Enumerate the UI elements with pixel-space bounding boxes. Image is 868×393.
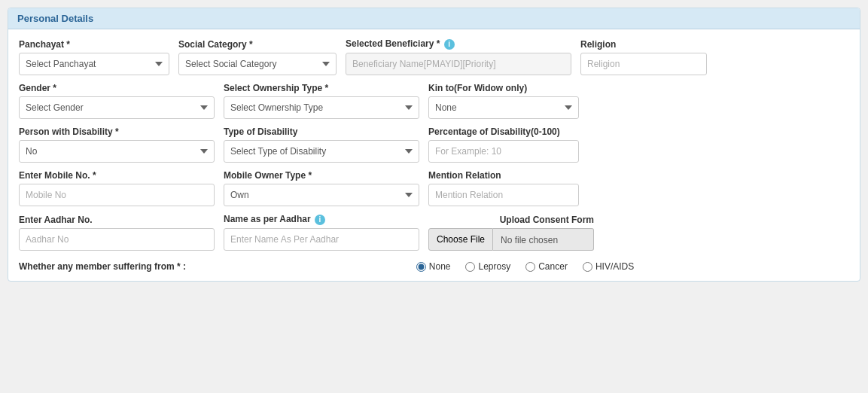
beneficiary-info-icon[interactable]: i xyxy=(444,39,455,50)
radio-hiv[interactable]: HIV/AIDS xyxy=(583,261,634,272)
mobile-owner-label: Mobile Owner Type * xyxy=(224,170,419,181)
beneficiary-group: Selected Beneficiary * i xyxy=(346,38,571,75)
disability-pct-input[interactable] xyxy=(428,140,579,163)
card-title: Personal Details xyxy=(17,13,93,24)
social-category-select[interactable]: Select Social Category xyxy=(178,53,337,75)
row-2: Gender * Select Gender Select Ownership … xyxy=(19,83,849,119)
kin-group: Kin to(For Widow only) None xyxy=(428,83,579,119)
beneficiary-label: Selected Beneficiary * i xyxy=(346,38,571,50)
beneficiary-input[interactable] xyxy=(346,53,571,75)
row-4: Enter Mobile No. * Mobile Owner Type * O… xyxy=(19,170,849,206)
person-disability-select[interactable]: No xyxy=(19,140,215,163)
gender-select[interactable]: Select Gender xyxy=(19,96,215,119)
choose-file-button[interactable]: Choose File xyxy=(428,228,493,251)
row-6: Whether any member suffering from * : No… xyxy=(19,258,849,272)
file-chosen-text: No file chosen xyxy=(493,228,594,251)
religion-label: Religion xyxy=(580,39,707,50)
mobile-input[interactable] xyxy=(19,184,215,206)
mobile-owner-group: Mobile Owner Type * Own xyxy=(224,170,419,206)
file-input-wrapper: Choose File No file chosen xyxy=(428,228,594,251)
card-body: Panchayat * Select Panchayat Social Cate… xyxy=(8,29,860,281)
gender-group: Gender * Select Gender xyxy=(19,83,215,119)
card-header: Personal Details xyxy=(8,8,860,29)
personal-details-card: Personal Details Panchayat * Select Panc… xyxy=(8,8,860,282)
aadhar-label: Enter Aadhar No. xyxy=(19,215,215,225)
disability-type-group: Type of Disability Select Type of Disabi… xyxy=(224,126,419,163)
mobile-group: Enter Mobile No. * xyxy=(19,170,215,206)
aadhar-name-input[interactable] xyxy=(224,228,419,251)
ownership-group: Select Ownership Type * Select Ownership… xyxy=(224,83,419,119)
radio-hiv-label: HIV/AIDS xyxy=(595,261,634,272)
person-disability-label: Person with Disability * xyxy=(19,126,215,137)
ownership-select[interactable]: Select Ownership Type xyxy=(224,96,419,119)
panchayat-group: Panchayat * Select Panchayat xyxy=(19,39,169,75)
radio-leprosy-input[interactable] xyxy=(465,262,475,272)
suffering-label: Whether any member suffering from * : xyxy=(19,261,186,272)
mention-relation-input[interactable] xyxy=(428,184,579,206)
mention-relation-group: Mention Relation xyxy=(428,170,579,206)
radio-cancer-input[interactable] xyxy=(525,262,535,272)
panchayat-label: Panchayat * xyxy=(19,39,169,50)
disability-type-select[interactable]: Select Type of Disability xyxy=(224,140,419,163)
radio-leprosy-label: Leprosy xyxy=(478,261,510,272)
person-disability-group: Person with Disability * No xyxy=(19,126,215,163)
aadhar-name-group: Name as per Aadhar i xyxy=(224,214,419,251)
row-1: Panchayat * Select Panchayat Social Cate… xyxy=(19,38,849,75)
radio-cancer-label: Cancer xyxy=(538,261,568,272)
upload-group: Upload Consent Form Choose File No file … xyxy=(428,215,594,251)
radio-none-input[interactable] xyxy=(416,262,426,272)
radio-none-label: None xyxy=(429,261,451,272)
disability-type-label: Type of Disability xyxy=(224,126,419,137)
aadhar-name-info-icon[interactable]: i xyxy=(315,215,325,225)
social-category-label: Social Category * xyxy=(178,39,337,50)
gender-label: Gender * xyxy=(19,83,215,93)
radio-none[interactable]: None xyxy=(416,261,451,272)
radio-leprosy[interactable]: Leprosy xyxy=(465,261,510,272)
disability-pct-group: Percentage of Disability(0-100) xyxy=(428,126,579,163)
row-3: Person with Disability * No Type of Disa… xyxy=(19,126,849,163)
panchayat-select[interactable]: Select Panchayat xyxy=(19,53,169,75)
social-category-group: Social Category * Select Social Category xyxy=(178,39,337,75)
aadhar-input[interactable] xyxy=(19,228,215,251)
disability-pct-label: Percentage of Disability(0-100) xyxy=(428,126,579,137)
kin-select[interactable]: None xyxy=(428,96,579,119)
mention-relation-label: Mention Relation xyxy=(428,170,579,181)
mobile-label: Enter Mobile No. * xyxy=(19,170,215,181)
mobile-owner-select[interactable]: Own xyxy=(224,184,419,206)
suffering-radio-group: None Leprosy Cancer HIV/AIDS xyxy=(201,261,849,272)
radio-hiv-input[interactable] xyxy=(583,262,592,272)
aadhar-name-label: Name as per Aadhar i xyxy=(224,214,419,225)
kin-label: Kin to(For Widow only) xyxy=(428,83,579,93)
religion-group: Religion xyxy=(580,39,707,75)
upload-label: Upload Consent Form xyxy=(428,215,594,225)
ownership-label: Select Ownership Type * xyxy=(224,83,419,93)
aadhar-group: Enter Aadhar No. xyxy=(19,215,215,251)
row-5: Enter Aadhar No. Name as per Aadhar i Up… xyxy=(19,214,849,251)
religion-input[interactable] xyxy=(580,53,707,75)
radio-cancer[interactable]: Cancer xyxy=(525,261,568,272)
